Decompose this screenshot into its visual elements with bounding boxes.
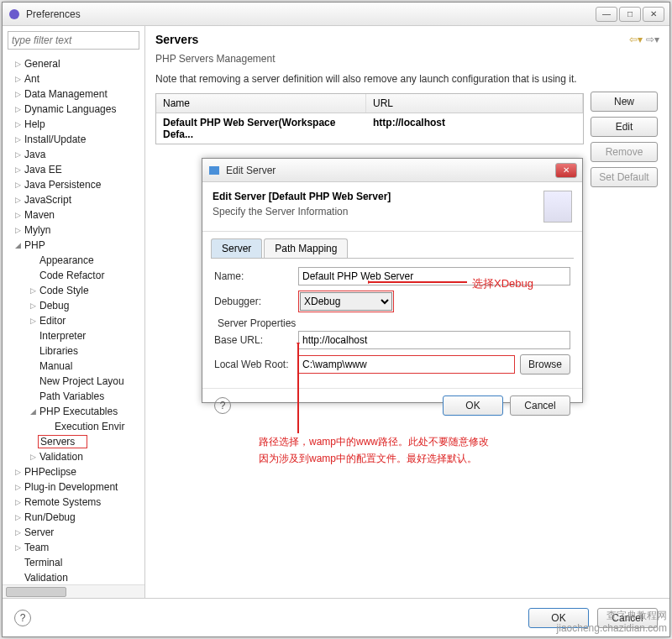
tree-label: New Project Layou xyxy=(38,375,124,387)
tree-arrow-icon[interactable]: ▷ xyxy=(13,211,23,219)
tree-arrow-icon[interactable]: ▷ xyxy=(13,483,23,491)
tree-label: Java xyxy=(23,149,45,160)
tree-arrow-icon[interactable]: ▷ xyxy=(28,317,38,325)
tree-arrow-icon[interactable]: ▷ xyxy=(13,90,23,98)
baseurl-input[interactable] xyxy=(298,331,570,349)
table-row[interactable]: Default PHP Web Server(Workspace Defa...… xyxy=(156,113,583,144)
nav-back-icon[interactable]: ⇦▾ xyxy=(629,34,643,45)
page-title: Servers xyxy=(155,33,629,46)
minimize-button[interactable]: — xyxy=(596,7,617,22)
tree-item-servers[interactable]: Servers xyxy=(6,434,144,449)
tree-arrow-icon[interactable]: ▷ xyxy=(28,286,38,295)
pref-cancel-button[interactable]: Cancel xyxy=(597,608,658,628)
tree-item-remote-systems[interactable]: ▷Remote Systems xyxy=(6,495,144,510)
tree-item-appearance[interactable]: Appearance xyxy=(6,253,144,268)
preferences-tree[interactable]: ▷General▷Ant▷Data Management▷Dynamic Lan… xyxy=(3,55,144,584)
tree-arrow-icon[interactable]: ◢ xyxy=(28,407,38,416)
tree-item-general[interactable]: ▷General xyxy=(6,56,144,71)
dialog-titlebar[interactable]: Edit Server ✕ xyxy=(202,159,582,182)
tree-arrow-icon[interactable]: ▷ xyxy=(13,498,23,506)
tree-arrow-icon[interactable]: ◢ xyxy=(13,241,23,249)
tab-server[interactable]: Server xyxy=(211,238,262,258)
tree-item-dynamic-languages[interactable]: ▷Dynamic Languages xyxy=(6,102,144,117)
tree-item-execution-envir[interactable]: Execution Envir xyxy=(6,419,144,434)
debugger-select[interactable]: XDebug xyxy=(300,292,392,311)
tree-arrow-icon[interactable]: ▷ xyxy=(13,528,23,537)
tree-arrow-icon[interactable]: ▷ xyxy=(13,226,23,234)
tree-item-java-ee[interactable]: ▷Java EE xyxy=(6,162,144,177)
tree-item-phpeclipse[interactable]: ▷PHPeclipse xyxy=(6,464,144,479)
help-icon[interactable]: ? xyxy=(14,610,31,626)
tree-item-code-refactor[interactable]: Code Refactor xyxy=(6,268,144,283)
tree-item-install-update[interactable]: ▷Install/Update xyxy=(6,132,144,147)
tree-item-mylyn[interactable]: ▷Mylyn xyxy=(6,223,144,238)
tree-item-debug[interactable]: ▷Debug xyxy=(6,298,144,313)
pref-ok-button[interactable]: OK xyxy=(528,608,589,628)
tree-item-server[interactable]: ▷Server xyxy=(6,525,144,540)
horizontal-scrollbar[interactable] xyxy=(3,584,144,598)
tree-arrow-icon[interactable]: ▷ xyxy=(13,75,23,83)
tree-label: Plug-in Development xyxy=(23,481,118,493)
tree-item-path-variables[interactable]: Path Variables xyxy=(6,389,144,404)
tree-item-libraries[interactable]: Libraries xyxy=(6,343,144,359)
tree-item-maven[interactable]: ▷Maven xyxy=(6,207,144,223)
webroot-input[interactable] xyxy=(298,355,515,374)
browse-button[interactable]: Browse xyxy=(520,354,570,374)
tree-item-php[interactable]: ◢PHP xyxy=(6,238,144,253)
edit-server-dialog: Edit Server ✕ Edit Server [Default PHP W… xyxy=(202,158,583,403)
filter-input[interactable] xyxy=(8,31,139,50)
tree-item-php-executables[interactable]: ◢PHP Executables xyxy=(6,404,144,419)
tree-arrow-icon[interactable]: ▷ xyxy=(13,196,23,204)
tree-item-code-style[interactable]: ▷Code Style xyxy=(6,283,144,298)
new-button[interactable]: New xyxy=(591,92,658,112)
nav-forward-icon[interactable]: ⇨▾ xyxy=(646,34,659,45)
tree-item-team[interactable]: ▷Team xyxy=(6,540,144,555)
tree-item-java[interactable]: ▷Java xyxy=(6,147,144,162)
tree-arrow-icon[interactable]: ▷ xyxy=(13,165,23,174)
tree-item-editor[interactable]: ▷Editor xyxy=(6,313,144,328)
tree-item-run-debug[interactable]: ▷Run/Debug xyxy=(6,510,144,525)
tree-item-data-management[interactable]: ▷Data Management xyxy=(6,86,144,102)
name-input[interactable] xyxy=(298,267,570,285)
tree-arrow-icon[interactable]: ▷ xyxy=(28,453,38,461)
dialog-cancel-button[interactable]: Cancel xyxy=(510,395,570,416)
tree-item-manual[interactable]: Manual xyxy=(6,359,144,374)
tree-arrow-icon[interactable]: ▷ xyxy=(28,301,38,310)
tree-arrow-icon[interactable]: ▷ xyxy=(13,181,23,189)
tree-item-validation[interactable]: ▷Validation xyxy=(6,449,144,464)
debugger-label: Debugger: xyxy=(214,296,298,307)
preferences-sidebar: ▷General▷Ant▷Data Management▷Dynamic Lan… xyxy=(3,26,145,598)
tree-item-new-project-layou[interactable]: New Project Layou xyxy=(6,374,144,389)
tree-item-terminal[interactable]: Terminal xyxy=(6,555,144,570)
tree-arrow-icon[interactable]: ▷ xyxy=(13,513,23,521)
tree-arrow-icon[interactable]: ▷ xyxy=(13,135,23,144)
tab-path-mapping[interactable]: Path Mapping xyxy=(264,238,348,258)
tree-item-interpreter[interactable]: Interpreter xyxy=(6,328,144,343)
dialog-ok-button[interactable]: OK xyxy=(443,395,503,416)
tree-arrow-icon[interactable]: ▷ xyxy=(13,150,23,159)
column-name[interactable]: Name xyxy=(156,94,366,113)
tree-item-help[interactable]: ▷Help xyxy=(6,117,144,132)
tree-item-javascript[interactable]: ▷JavaScript xyxy=(6,192,144,207)
tree-arrow-icon[interactable]: ▷ xyxy=(13,60,23,68)
tree-item-ant[interactable]: ▷Ant xyxy=(6,71,144,86)
tree-label: Code Style xyxy=(38,285,89,296)
close-button[interactable]: ✕ xyxy=(643,7,664,22)
tree-arrow-icon[interactable]: ▷ xyxy=(13,120,23,128)
preferences-titlebar[interactable]: Preferences — □ ✕ xyxy=(3,3,669,26)
dialog-close-button[interactable]: ✕ xyxy=(555,163,577,178)
tree-arrow-icon[interactable]: ▷ xyxy=(13,543,23,552)
tree-item-plug-in-development[interactable]: ▷Plug-in Development xyxy=(6,479,144,495)
edit-button[interactable]: Edit xyxy=(591,117,658,137)
tree-arrow-icon[interactable]: ▷ xyxy=(13,468,23,476)
tree-arrow-icon[interactable]: ▷ xyxy=(13,105,23,113)
maximize-button[interactable]: □ xyxy=(619,7,641,22)
tree-item-java-persistence[interactable]: ▷Java Persistence xyxy=(6,177,144,192)
tree-item-validation[interactable]: Validation xyxy=(6,570,144,584)
tree-label: PHP xyxy=(23,239,45,251)
tree-label: Install/Update xyxy=(23,134,86,145)
column-url[interactable]: URL xyxy=(366,94,583,113)
webroot-label: Local Web Root: xyxy=(214,359,298,370)
dialog-help-icon[interactable]: ? xyxy=(214,397,231,414)
filter-wrap xyxy=(8,31,139,50)
